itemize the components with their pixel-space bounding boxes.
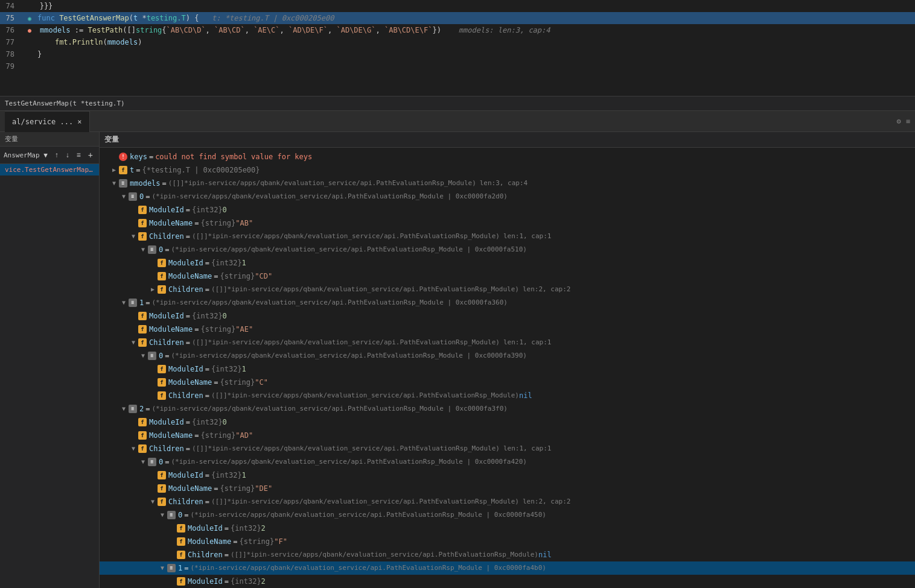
var-row-m2-children[interactable]: ▼ f Children = ([]]*ipin-service/apps/qb… bbox=[100, 442, 915, 455]
field-icon: f bbox=[177, 577, 185, 586]
field-icon: f bbox=[158, 285, 166, 294]
var-row-t[interactable]: ▶ f t = {*testing.T | 0xc000205e00} bbox=[100, 163, 915, 177]
array-icon: ≡ bbox=[148, 245, 156, 254]
field-icon: f bbox=[158, 471, 166, 479]
frame-item-test[interactable]: vice.TestGetAnswerMap at red bbox=[0, 164, 99, 175]
var-row-c0-modulename[interactable]: f ModuleName = {string} "CD" bbox=[100, 270, 915, 283]
var-row-mmodels-0-children[interactable]: ▼ f Children = ([]]*ipin-service/apps/qb… bbox=[100, 230, 915, 243]
field-icon: f bbox=[138, 219, 147, 227]
field-icon: f bbox=[158, 484, 166, 493]
field-icon: f bbox=[177, 537, 185, 546]
var-row-m2c0-children[interactable]: ▼ f Children = ([]]*ipin-service/apps/qb… bbox=[100, 495, 915, 508]
field-icon: f bbox=[138, 338, 147, 347]
field-icon: f bbox=[138, 206, 147, 214]
var-row-m1c0-moduleid[interactable]: f ModuleId = {int32} 1 bbox=[100, 362, 915, 376]
error-circle-icon: ! bbox=[119, 153, 127, 161]
field-icon: f bbox=[158, 498, 166, 506]
var-row-dec0-modulename[interactable]: f ModuleName = {string} "F" bbox=[100, 535, 915, 548]
var-row-dec1-moduleid[interactable]: f ModuleId = {int32} 2 bbox=[100, 575, 915, 588]
var-row-mmodels-0-moduleid[interactable]: f ModuleId = {int32} 0 bbox=[100, 203, 915, 217]
var-row-de-children-0[interactable]: ▼ ≡ 0 = (*ipin-service/apps/qbank/evalua… bbox=[100, 508, 915, 522]
array-icon: ≡ bbox=[129, 299, 137, 307]
var-row-m2c0-moduleid[interactable]: f ModuleId = {int32} 1 bbox=[100, 469, 915, 482]
code-line-74: 74 }}} bbox=[0, 0, 915, 12]
array-icon: ≡ bbox=[119, 179, 127, 188]
var-row-m1-children-0[interactable]: ▼ ≡ 0 = (*ipin-service/apps/qbank/evalua… bbox=[100, 349, 915, 362]
field-icon: f bbox=[158, 378, 166, 387]
var-row-c0-moduleid[interactable]: f ModuleId = {int32} 1 bbox=[100, 256, 915, 270]
array-icon: ≡ bbox=[167, 564, 176, 572]
array-icon: ≡ bbox=[129, 192, 137, 201]
field-icon: f bbox=[158, 272, 166, 280]
var-row-dec0-children[interactable]: f Children = ([]]*ipin-service/apps/qban… bbox=[100, 548, 915, 561]
var-row-de-children-1[interactable]: ▼ ≡ 1 = (*ipin-service/apps/qbank/evalua… bbox=[100, 561, 915, 575]
var-row-m1c0-modulename[interactable]: f ModuleName = {string} "C" bbox=[100, 376, 915, 389]
menu-icon[interactable]: ≡ bbox=[906, 117, 910, 125]
field-icon: f bbox=[138, 444, 147, 453]
function-hint-bar: TestGetAnswerMap(t *testing.T) bbox=[0, 96, 915, 111]
tab-bar: al/service ... × ⚙ ≡ bbox=[0, 111, 915, 132]
frames-up-button[interactable]: ↑ bbox=[53, 150, 61, 160]
field-icon: f bbox=[177, 551, 185, 559]
frame-item-label: vice.TestGetAnswerMap at red bbox=[5, 166, 99, 174]
variables-panel-header: 变量 bbox=[100, 132, 915, 148]
var-row-m1-modulename[interactable]: f ModuleName = {string} "AE" bbox=[100, 323, 915, 336]
field-icon: f bbox=[138, 431, 147, 440]
field-icon: f bbox=[158, 365, 166, 373]
code-line-75: 75 ◉ func TestGetAnswerMap(t *testing.T)… bbox=[0, 12, 915, 24]
error-dot-icon: ● bbox=[24, 27, 35, 34]
frames-dropdown[interactable]: AnswerMap ▼ bbox=[4, 151, 50, 159]
var-row-c0-children[interactable]: ▶ f Children = ([]]*ipin-service/apps/qb… bbox=[100, 283, 915, 296]
array-icon: ≡ bbox=[148, 352, 156, 360]
sidebar-header: 变量 bbox=[0, 132, 99, 147]
tab-service[interactable]: al/service ... × bbox=[5, 111, 90, 132]
breakpoint-icon: ◉ bbox=[24, 15, 35, 22]
array-icon: ≡ bbox=[148, 458, 156, 466]
code-line-76: 76 ● mmodels := TestPath([]string{`AB\CD… bbox=[0, 24, 915, 36]
code-line-77: 77 fmt.Println(mmodels) bbox=[0, 36, 915, 48]
field-icon: f bbox=[138, 325, 147, 334]
field-icon: f bbox=[138, 312, 147, 320]
function-hint-text: TestGetAnswerMap(t *testing.T) bbox=[5, 100, 125, 107]
code-line-79: 79 bbox=[0, 60, 915, 72]
code-editor: 74 }}} 75 ◉ func TestGetAnswerMap(t *tes… bbox=[0, 0, 915, 96]
var-row-mmodels-0[interactable]: ▼ ≡ 0 = (*ipin-service/apps/qbank/evalua… bbox=[100, 190, 915, 203]
variables-panel: 变量 ! keys = could not find symbol value … bbox=[100, 132, 915, 588]
var-row-m2-moduleid[interactable]: f ModuleId = {int32} 0 bbox=[100, 416, 915, 429]
var-row-m2-modulename[interactable]: f ModuleName = {string} "AD" bbox=[100, 429, 915, 442]
var-row-mmodels-1[interactable]: ▼ ≡ 1 = (*ipin-service/apps/qbank/evalua… bbox=[100, 296, 915, 309]
var-row-mmodels[interactable]: ▼ ≡ mmodels = ([]]*ipin-service/apps/qba… bbox=[100, 177, 915, 190]
var-row-dec0-moduleid[interactable]: f ModuleId = {int32} 2 bbox=[100, 522, 915, 535]
array-icon: ≡ bbox=[167, 511, 176, 519]
debug-panel: 变量 AnswerMap ▼ ↑ ↓ ≡ + vice.TestGetAnswe… bbox=[0, 132, 915, 588]
settings-icon[interactable]: ⚙ bbox=[897, 117, 901, 125]
variables-tree: ! keys = could not find symbol value for… bbox=[100, 148, 915, 588]
field-icon: f bbox=[158, 391, 166, 400]
frames-down-button[interactable]: ↓ bbox=[63, 150, 72, 160]
frames-list-button[interactable]: ≡ bbox=[74, 150, 83, 160]
var-row-m1-moduleid[interactable]: f ModuleId = {int32} 0 bbox=[100, 309, 915, 323]
sidebar-title: 变量 bbox=[5, 134, 18, 144]
var-row-mmodels-0-children-0[interactable]: ▼ ≡ 0 = (*ipin-service/apps/qbank/evalua… bbox=[100, 243, 915, 256]
var-row-m2c0-modulename[interactable]: f ModuleName = {string} "DE" bbox=[100, 482, 915, 495]
var-row-keys[interactable]: ! keys = could not find symbol value for… bbox=[100, 150, 915, 163]
sidebar-toolbar: AnswerMap ▼ ↑ ↓ ≡ + bbox=[0, 147, 99, 164]
call-stack-sidebar: 变量 AnswerMap ▼ ↑ ↓ ≡ + vice.TestGetAnswe… bbox=[0, 132, 100, 588]
var-row-m2-children-0[interactable]: ▼ ≡ 0 = (*ipin-service/apps/qbank/evalua… bbox=[100, 455, 915, 469]
tab-label: al/service ... × bbox=[12, 118, 82, 126]
var-row-m1c0-children[interactable]: f Children = ([]]*ipin-service/apps/qban… bbox=[100, 389, 915, 402]
var-row-mmodels-2[interactable]: ▼ ≡ 2 = (*ipin-service/apps/qbank/evalua… bbox=[100, 402, 915, 416]
var-row-m1-children[interactable]: ▼ f Children = ([]]*ipin-service/apps/qb… bbox=[100, 336, 915, 349]
frames-add-button[interactable]: + bbox=[86, 149, 95, 161]
code-line-78: 78 } bbox=[0, 48, 915, 60]
array-icon: ≡ bbox=[129, 405, 137, 413]
field-icon: f bbox=[138, 418, 147, 426]
field-icon: f bbox=[119, 166, 127, 174]
field-icon: f bbox=[158, 259, 166, 267]
field-icon: f bbox=[138, 232, 147, 241]
field-icon: f bbox=[177, 524, 185, 533]
var-row-mmodels-0-modulename[interactable]: f ModuleName = {string} "AB" bbox=[100, 217, 915, 230]
